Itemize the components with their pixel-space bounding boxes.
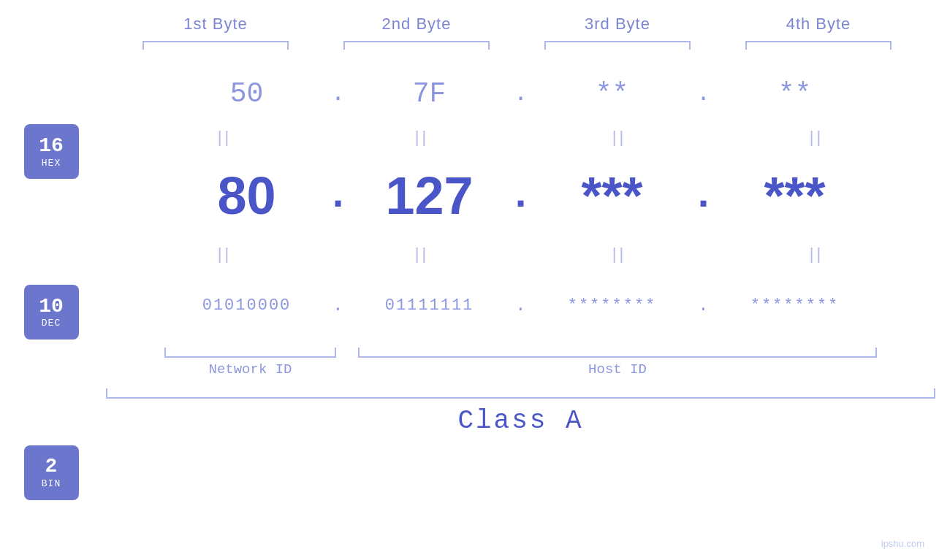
- hex-val2: 7F: [349, 78, 510, 110]
- byte3-header: 3rd Byte: [537, 15, 698, 34]
- content-area: 16 HEX 10 DEC 2 BIN 50 . 7F . **: [0, 64, 939, 560]
- class-bracket: [106, 388, 935, 399]
- class-label: Class A: [102, 406, 939, 436]
- bracket-byte3: [544, 41, 691, 50]
- hex-badge: 16 HEX: [24, 124, 79, 179]
- bottom-brackets: [102, 348, 939, 358]
- bin-val4: ********: [715, 296, 875, 315]
- byte2-header: 2nd Byte: [336, 15, 497, 34]
- hex-badge-label: HEX: [42, 158, 61, 169]
- dec-val2: 127: [349, 166, 510, 226]
- bracket-byte2: [343, 41, 490, 50]
- dec-val1: 80: [167, 166, 327, 226]
- hex-badge-number: 16: [39, 135, 64, 158]
- bin-val3: ********: [532, 296, 693, 315]
- hex-row: 50 . 7F . ** . **: [102, 64, 939, 123]
- byte1-header: 1st Byte: [135, 15, 296, 34]
- bin-badge-number: 2: [45, 456, 58, 478]
- badges-column: 16 HEX 10 DEC 2 BIN: [0, 64, 102, 560]
- bracket-labels: Network ID Host ID: [102, 361, 939, 377]
- equals-row-1: || || || ||: [102, 123, 939, 152]
- network-id-label: Network ID: [164, 361, 336, 377]
- equals-row-2: || || || ||: [102, 239, 939, 269]
- bin-badge: 2 BIN: [24, 445, 79, 500]
- bottom-bracket-area: Network ID Host ID: [102, 348, 939, 377]
- bin-val2: 01111111: [349, 296, 510, 315]
- bracket-byte4: [745, 41, 892, 50]
- dec-badge-number: 10: [39, 296, 64, 318]
- dec-row: 80 . 127 . *** . ***: [102, 152, 939, 239]
- bin-badge-label: BIN: [42, 478, 61, 489]
- top-brackets: [115, 41, 919, 50]
- hex-val3: **: [532, 78, 693, 110]
- dec-badge: 10 DEC: [24, 285, 79, 340]
- main-container: 1st Byte 2nd Byte 3rd Byte 4th Byte 16 H…: [0, 0, 939, 560]
- dec-val3: ***: [532, 166, 693, 226]
- hex-val4: **: [715, 78, 875, 110]
- byte-headers: 1st Byte 2nd Byte 3rd Byte 4th Byte: [115, 15, 919, 34]
- bracket-byte1: [142, 41, 289, 50]
- dec-val4: ***: [715, 166, 875, 226]
- watermark: ipshu.com: [881, 538, 924, 549]
- network-bracket: [164, 348, 336, 358]
- hex-val1: 50: [167, 78, 327, 110]
- bin-val1: 01010000: [167, 296, 327, 315]
- byte4-header: 4th Byte: [738, 15, 899, 34]
- host-bracket: [358, 348, 877, 358]
- bin-row: 01010000 . 01111111 . ******** . *******…: [102, 269, 939, 342]
- host-id-label: Host ID: [358, 361, 877, 377]
- rows-column: 50 . 7F . ** . ** || || ||: [102, 64, 939, 560]
- dec-badge-label: DEC: [42, 318, 61, 329]
